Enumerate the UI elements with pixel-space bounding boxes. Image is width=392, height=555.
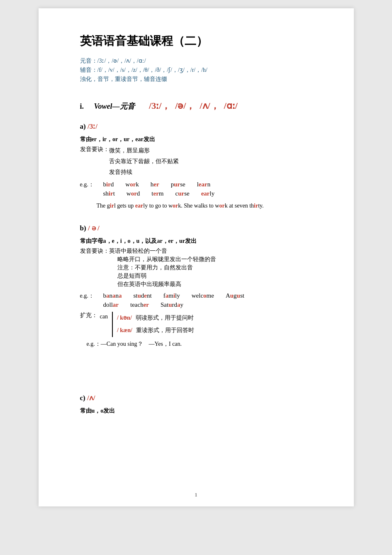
eg-words-b1: banana student family welcome August (103, 292, 244, 299)
intro-line3: 浊化，音节，重读音节，辅音连缀 (80, 76, 321, 83)
intro-line2: 辅音：/f/，/v/，/s/，/z/，/θ/，/ð/，/ʃ/，/ʒ/，/r/，/… (80, 66, 321, 74)
word-work: work (125, 181, 139, 188)
word-welcome: welcome (192, 292, 214, 299)
tip-b2: 略略开口，从喉咙里发出一个轻微的音 (117, 256, 216, 263)
ext-line2: / kæn/ 重读形式，用于回答时 (117, 324, 194, 337)
section-c-rule: 常由u，o发出 (80, 407, 321, 415)
word-family: family (163, 292, 180, 299)
ext-phonetic1: / kən/ (117, 315, 132, 321)
eg-words-b2: dollar teacher Saturday (103, 301, 184, 308)
intro-line1: 元音：/3ː/，/ə/，/ʌ/，/ɑː/ (80, 57, 321, 65)
ext-label: 扩充： (80, 312, 97, 319)
word-shirt: shirt (103, 190, 115, 197)
section-b-rule: 常由字母a，e，i，o，u，以及ar，er，ur发出 (80, 237, 321, 245)
word-saturday: Saturday (161, 301, 183, 308)
main-title: 英语语音基础课程（二） (80, 33, 321, 49)
extension-block: 扩充： can / kən/ 弱读形式，用于提问时 / kæn/ 重读形式，用于… (80, 312, 321, 337)
section-a-label: a) /3ː/ (80, 122, 97, 130)
word-term: term (151, 190, 163, 197)
spacer-bc (80, 360, 321, 377)
word-student: student (134, 292, 152, 299)
word-teacher: teacher (130, 301, 149, 308)
section-i-label: i. (80, 102, 84, 110)
section-a-rule: 常由er，ir，or，ur，ear发出 (80, 136, 321, 143)
word-word: word (127, 190, 140, 197)
ext-eg-sentence: e.g.：—Can you sing？ —Yes，I can. (87, 340, 321, 348)
section-c: c) /ʌ/ 常由u，o发出 (80, 394, 321, 415)
word-bird: bird (103, 181, 114, 188)
ext-phonetic2: / kæn/ (117, 327, 132, 333)
tip-a2: 舌尖靠近下齿龈，但不贴紧 (109, 156, 179, 166)
ext-note2: 重读形式，用于回答时 (136, 327, 194, 333)
section-b-title: b) / ə / (80, 224, 321, 232)
word-curse: curse (175, 190, 190, 197)
page: 英语语音基础课程（二） 元音：/3ː/，/ə/，/ʌ/，/ɑː/ 辅音：/f/，… (39, 8, 354, 506)
word-purse: purse (171, 181, 185, 188)
section-i-vowel-label: Vowel—元音 (94, 102, 135, 110)
tip-a1: 微笑，唇呈扁形 (109, 146, 179, 156)
section-b-label: b) / ə / (80, 224, 100, 232)
word-august: August (226, 292, 244, 299)
section-a: a) /3ː/ 常由er，ir，or，ur，ear发出 发音要诀： 微笑，唇呈扁… (80, 122, 321, 211)
tip-label-b: 发音要诀： (80, 247, 109, 255)
section-a-title: a) /3ː/ (80, 122, 321, 131)
tip-b3: 注意：不要用力，自然发出音 (117, 264, 216, 271)
tip-b5: 但在英语中出现频率最高 (117, 281, 216, 288)
can-hl: Can (107, 341, 116, 347)
example-sentence-a: The girl gets up early to go to work. Sh… (97, 200, 321, 211)
tip-label-a: 发音要诀： (80, 146, 109, 153)
ext-line1: / kən/ 弱读形式，用于提问时 (117, 312, 194, 325)
word-her: her (151, 181, 159, 188)
ext-note1: 弱读形式，用于提问时 (136, 315, 194, 321)
eg-words-a2: shirt word term curse early (103, 190, 215, 197)
section-b: b) / ə / 常由字母a，e，i，o，u，以及ar，er，ur发出 发音要诀… (80, 224, 321, 348)
word-learn: learn (197, 181, 211, 188)
ext-can-label: can (100, 313, 108, 320)
section-i-phonetics: /3ː/， /ə/， /ʌ/， /ɑː/ (149, 100, 238, 111)
tip-a3: 发音持续 (109, 167, 179, 177)
eg-label-b: e.g.： (80, 292, 101, 300)
word-dollar: dollar (103, 301, 119, 308)
tip-b1: 英语中最轻松的一个音 (109, 247, 216, 255)
eg-label-a: e.g.： (80, 181, 101, 188)
section-i-title: i. Vowel—元音 /3ː/， /ə/， /ʌ/， /ɑː/ (80, 100, 321, 112)
section-c-label: c) /ʌ/ (80, 394, 95, 402)
word-banana: banana (103, 292, 122, 299)
page-number: 1 (195, 491, 197, 498)
eg-words-a1: bird work her purse learn (103, 181, 211, 188)
ext-bracket: / kən/ 弱读形式，用于提问时 / kæn/ 重读形式，用于回答时 (112, 312, 194, 337)
word-early: early (201, 190, 215, 197)
tip-b4: 总是短而弱 (117, 272, 216, 280)
section-c-title: c) /ʌ/ (80, 394, 321, 402)
